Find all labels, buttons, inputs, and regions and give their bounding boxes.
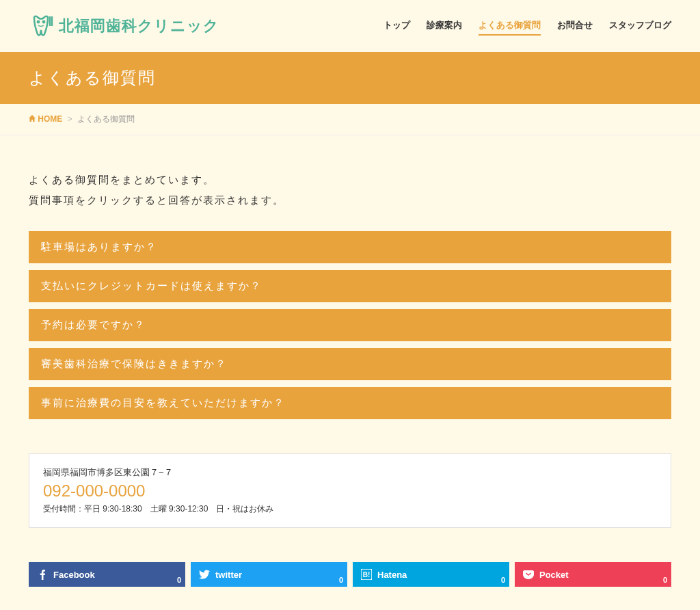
twitter-icon xyxy=(199,569,210,580)
tooth-icon xyxy=(29,14,53,38)
breadcrumb-home[interactable]: HOME xyxy=(38,114,62,124)
contact-hours: 受付時間：平日 9:30-18:30 土曜 9:30-12:30 日・祝はお休み xyxy=(43,503,657,515)
twitter-share-button[interactable]: twitter 0 xyxy=(191,562,347,587)
contact-address: 福岡県福岡市博多区東公園７−７ xyxy=(43,466,657,479)
pocket-icon xyxy=(523,569,534,580)
contact-box: 福岡県福岡市博多区東公園７−７ 092-000-0000 受付時間：平日 9:3… xyxy=(29,453,671,528)
main-content: よくある御質問をまとめています。 質問事項をクリックすると回答が表示されます。 … xyxy=(29,135,671,610)
contact-phone: 092-000-0000 xyxy=(43,481,657,501)
hatena-count: 0 xyxy=(501,576,505,584)
main-nav: トップ 診療案内 よくある御質問 お問合せ スタッフブログ xyxy=(383,16,671,36)
breadcrumb-separator: > xyxy=(68,114,72,124)
faq-item[interactable]: 予約は必要ですか？ xyxy=(29,309,671,341)
page-title-bar: よくある御質問 xyxy=(0,52,700,104)
hatena-share-button[interactable]: B! Hatena 0 xyxy=(353,562,509,587)
intro-line-2: 質問事項をクリックすると回答が表示されます。 xyxy=(29,190,671,211)
pocket-count: 0 xyxy=(663,576,667,584)
hatena-icon: B! xyxy=(361,569,372,580)
hatena-label: Hatena xyxy=(377,570,407,580)
faq-list: 駐車場はありますか？ 支払いにクレジットカードは使えますか？ 予約は必要ですか？… xyxy=(29,231,671,419)
faq-item[interactable]: 駐車場はありますか？ xyxy=(29,231,671,263)
svg-point-1 xyxy=(43,21,44,23)
home-icon xyxy=(29,114,38,124)
facebook-count: 0 xyxy=(177,576,181,584)
nav-item-faq[interactable]: よくある御質問 xyxy=(479,16,541,36)
facebook-label: Facebook xyxy=(53,570,95,580)
breadcrumb: HOME > よくある御質問 xyxy=(29,104,671,135)
logo-text: 北福岡歯科クリニック xyxy=(59,16,219,36)
intro-text: よくある御質問をまとめています。 質問事項をクリックすると回答が表示されます。 xyxy=(29,170,671,211)
facebook-icon xyxy=(37,569,48,580)
nav-item-services[interactable]: 診療案内 xyxy=(427,16,462,36)
nav-item-top[interactable]: トップ xyxy=(383,16,410,36)
facebook-share-button[interactable]: Facebook 0 xyxy=(29,562,185,587)
breadcrumb-current: よくある御質問 xyxy=(77,114,135,124)
faq-item[interactable]: 審美歯科治療で保険はききますか？ xyxy=(29,348,671,380)
page-title: よくある御質問 xyxy=(29,67,671,89)
intro-line-1: よくある御質問をまとめています。 xyxy=(29,170,671,190)
twitter-label: twitter xyxy=(215,570,242,580)
faq-item[interactable]: 支払いにクレジットカードは使えますか？ xyxy=(29,270,671,302)
pocket-share-button[interactable]: Pocket 0 xyxy=(515,562,671,587)
svg-point-0 xyxy=(38,21,39,23)
twitter-count: 0 xyxy=(339,576,343,584)
site-logo[interactable]: 北福岡歯科クリニック xyxy=(29,14,219,38)
site-header: 北福岡歯科クリニック トップ 診療案内 よくある御質問 お問合せ スタッフブログ xyxy=(0,0,700,52)
breadcrumb-bar: HOME > よくある御質問 xyxy=(0,104,700,135)
nav-item-contact[interactable]: お問合せ xyxy=(557,16,593,36)
nav-item-blog[interactable]: スタッフブログ xyxy=(609,16,671,36)
svg-text:B!: B! xyxy=(363,571,371,579)
social-share-row: Facebook 0 twitter 0 B! Hatena 0 Pocket … xyxy=(29,562,671,587)
faq-item[interactable]: 事前に治療費の目安を教えていただけますか？ xyxy=(29,387,671,419)
pocket-label: Pocket xyxy=(539,570,569,580)
